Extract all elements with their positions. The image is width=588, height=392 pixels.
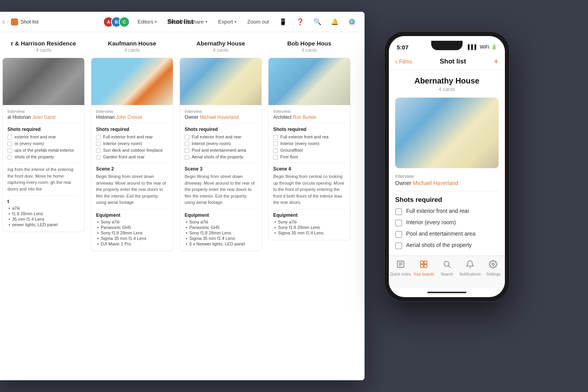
back-label: Films: [399, 58, 412, 65]
svg-point-8: [444, 261, 449, 267]
phone-content: Abernathy House 4 cards Interview Owner …: [389, 70, 505, 256]
equipment-item: Sony f1.8 28mm Lens: [185, 230, 257, 235]
phone-checkbox[interactable]: [395, 231, 402, 238]
checkbox[interactable]: [96, 148, 101, 153]
add-button[interactable]: +: [494, 56, 499, 67]
phone-owner-link[interactable]: Michael Haverland: [413, 180, 458, 186]
interview-label: Interview: [185, 109, 257, 114]
equipment-item: eewer lights, LED panel: [7, 222, 80, 227]
equipment-title: t: [7, 199, 80, 204]
back-button[interactable]: ‹ Films: [395, 58, 412, 66]
checkbox-item: Pool and entertainment area: [185, 148, 257, 153]
checkbox-item: Full exterior front and rea: [273, 134, 345, 140]
phone-checkbox[interactable]: [395, 220, 402, 227]
scene-label: Scene 4: [273, 166, 345, 172]
equipment-item: Sony a7iii: [185, 220, 257, 224]
checkbox[interactable]: [96, 135, 101, 140]
tab-label: Your boards: [413, 272, 434, 276]
tab-your-boards[interactable]: Your boards: [412, 260, 435, 276]
mobile-icon[interactable]: 📱: [277, 16, 289, 28]
tab-search[interactable]: Search: [435, 260, 458, 276]
export-button[interactable]: Export ▾: [215, 17, 240, 26]
phone-owner-label: Owner Michael Haverland: [395, 180, 499, 186]
column-header: r & Harrison Residence 4 cards: [2, 40, 85, 53]
breadcrumb-prefix: s: [2, 19, 5, 25]
checkbox[interactable]: [185, 148, 189, 153]
top-bar: s / Shot list Shot list A B C Editors ▾ …: [0, 12, 365, 32]
phone-notch: [431, 41, 463, 50]
divider: [395, 191, 499, 191]
checkbox[interactable]: [273, 135, 278, 140]
phone-mockup: 5:07 ▌▌▌ WiFi 🔋 ‹ Films Shot list + Aber…: [384, 31, 510, 302]
checkbox[interactable]: [96, 155, 101, 160]
phone-checkbox-item: Interior (every room): [395, 219, 499, 227]
card-body: Interview al Historian Joan Gand Shots r…: [3, 105, 84, 232]
tab-quick-notes[interactable]: Quick notes: [389, 260, 412, 276]
checkbox-item: Garden front and rear: [96, 154, 168, 160]
checkbox[interactable]: [7, 135, 12, 140]
help-icon[interactable]: ❓: [294, 16, 307, 28]
equipment-title: Equipment: [273, 212, 345, 218]
signal-icon: ▌▌▌: [468, 44, 478, 50]
top-actions: A B C Editors ▾ Publish & share ▾ Export…: [103, 16, 358, 28]
phone-checkbox[interactable]: [395, 242, 402, 249]
checkbox[interactable]: [7, 155, 12, 160]
architect-link[interactable]: Ron Burkle: [293, 114, 316, 120]
historian-link[interactable]: John Crosse: [116, 114, 142, 120]
checkbox-item: Interior (every room): [96, 141, 168, 146]
tab-label: Notifications: [459, 272, 481, 276]
editors-button[interactable]: Editors ▾: [134, 17, 160, 26]
phone-checkbox[interactable]: [395, 208, 402, 215]
equipment-title: Equipment: [96, 212, 168, 218]
phone-shots-title: Shots required: [395, 196, 499, 204]
checkbox[interactable]: [7, 142, 12, 146]
column-title: r & Harrison Residence: [2, 40, 85, 47]
historian-link[interactable]: Joan Gand: [32, 114, 55, 120]
checkbox[interactable]: [273, 142, 278, 146]
equipment-item: Sony f1.8 28mm Lens: [273, 225, 345, 230]
checkbox[interactable]: [185, 142, 189, 146]
chevron-down-icon: ▾: [234, 20, 236, 24]
column-title: Kaufmann House: [91, 40, 173, 47]
bell-icon[interactable]: 🔔: [328, 16, 341, 28]
card-body: Interview Owner Michael Haverland Shots …: [180, 105, 261, 251]
checkbox[interactable]: [185, 155, 189, 160]
phone-inner: 5:07 ▌▌▌ WiFi 🔋 ‹ Films Shot list + Aber…: [389, 36, 505, 297]
equipment-item: Sigma 35 mm f1.4 Lens: [96, 236, 168, 241]
column-count: 4 cards: [180, 47, 262, 53]
owner-link[interactable]: Michael Haverland: [200, 114, 239, 120]
phone-checkbox-item: Pool and entertainment area: [395, 230, 499, 238]
editors-label: Editors: [138, 19, 153, 25]
chevron-down-icon: ▾: [155, 20, 157, 24]
card-image: [269, 58, 350, 105]
checkbox[interactable]: [96, 142, 101, 146]
svg-rect-6: [421, 265, 423, 267]
checkbox-item: Full exterior front and rear: [185, 134, 257, 140]
search-icon: [443, 260, 451, 271]
equipment-item: Sigma 35 mm f1.4 Lens: [273, 230, 345, 235]
checkbox-item: Full exterior front and rear: [96, 134, 168, 140]
checkbox[interactable]: [273, 155, 278, 160]
zoom-button[interactable]: Zoom out: [244, 17, 272, 26]
search-icon[interactable]: 🔍: [311, 16, 324, 28]
tab-label: Quick notes: [390, 272, 411, 276]
tab-settings[interactable]: Settings: [482, 260, 505, 276]
column-count: 4 cards: [268, 47, 350, 53]
checkbox[interactable]: [185, 135, 189, 140]
phone-card-image: [395, 98, 499, 168]
checkbox[interactable]: [7, 148, 12, 153]
phone-interview-label: Interview: [395, 174, 499, 179]
breadcrumb: s / Shot list: [2, 18, 38, 25]
shots-title: Shots required: [96, 127, 168, 132]
equipment-item: Sigma 35 mm f1.4 Lens: [185, 236, 257, 241]
tab-notifications[interactable]: Notifications: [459, 260, 482, 276]
chevron-down-icon: ▾: [205, 20, 207, 24]
equipment-item: DJI Mavic 2 Pro: [96, 241, 168, 246]
phone-checkbox-item: Aerial shots of the property: [395, 242, 499, 249]
phone-tab-bar: Quick notes Your boards Search Notificat…: [389, 256, 505, 288]
phone-status-icons: ▌▌▌ WiFi 🔋: [468, 44, 497, 50]
settings-icon[interactable]: ⚙️: [346, 16, 358, 28]
checkbox-item: shots of the property: [7, 154, 80, 160]
checkbox-item: exterior front and rear: [7, 134, 80, 140]
checkbox[interactable]: [273, 148, 278, 153]
